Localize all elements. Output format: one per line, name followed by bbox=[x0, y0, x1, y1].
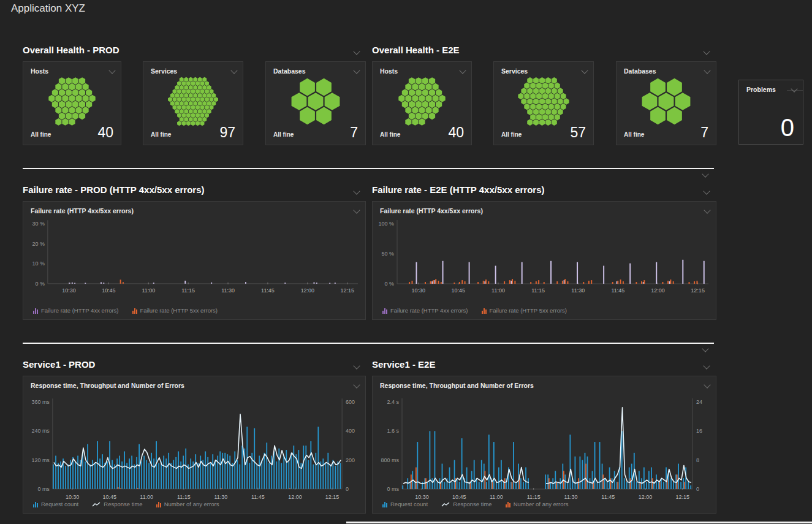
chevron-down-icon[interactable] bbox=[353, 381, 360, 388]
svg-text:10:45: 10:45 bbox=[102, 494, 116, 500]
legend-label: Failure rate (HTTP 5xx errors) bbox=[140, 307, 218, 314]
svg-text:0: 0 bbox=[696, 486, 699, 492]
bar-chart-icon bbox=[33, 308, 38, 314]
section-title-failure-e2e: Failure rate - E2E (HTTP 4xx/5xx errors) bbox=[372, 184, 545, 195]
svg-text:10:45: 10:45 bbox=[102, 287, 115, 294]
svg-text:240 ms: 240 ms bbox=[31, 428, 50, 434]
hexagon-honeycomb bbox=[501, 77, 586, 126]
service-e2e-chart[interactable]: 2.4 s1.6 s800 ms0 ms24168010:3010:4511:0… bbox=[373, 395, 716, 504]
svg-text:11:30: 11:30 bbox=[221, 287, 235, 294]
chevron-down-icon[interactable] bbox=[353, 67, 360, 74]
health-tile-hosts-prod[interactable]: Hosts All fine 40 bbox=[23, 61, 121, 145]
svg-text:11:00: 11:00 bbox=[490, 494, 503, 500]
line-chart-icon bbox=[92, 502, 101, 507]
svg-text:800 ms: 800 ms bbox=[381, 457, 399, 463]
chevron-down-icon[interactable] bbox=[702, 345, 708, 352]
chevron-down-icon[interactable] bbox=[108, 67, 115, 74]
chevron-down-icon[interactable] bbox=[703, 48, 710, 55]
chart-title: Response time, Throughput and Number of … bbox=[380, 382, 534, 389]
chevron-down-icon[interactable] bbox=[703, 188, 710, 194]
svg-text:11:30: 11:30 bbox=[214, 494, 227, 500]
section-title-service-e2e: Service1 - E2E bbox=[372, 359, 435, 370]
chevron-down-icon[interactable] bbox=[353, 207, 360, 213]
svg-text:11:15: 11:15 bbox=[527, 494, 541, 500]
page-title: Application XYZ bbox=[11, 2, 85, 15]
status-label: All fine bbox=[273, 131, 294, 138]
chart-legend: Failure rate (HTTP 4xx errors) Failure r… bbox=[382, 307, 567, 314]
chevron-down-icon[interactable] bbox=[459, 67, 466, 74]
svg-text:12:00: 12:00 bbox=[651, 287, 665, 294]
problems-tile[interactable]: Problems 0 bbox=[738, 80, 803, 145]
entity-count: 97 bbox=[219, 124, 235, 141]
chevron-down-icon[interactable] bbox=[353, 362, 360, 369]
hexagon-honeycomb bbox=[273, 77, 358, 126]
health-tile-services-prod[interactable]: Services All fine 97 bbox=[143, 61, 243, 145]
legend-item: Failure rate (HTTP 5xx errors) bbox=[482, 307, 567, 314]
entity-count: 7 bbox=[700, 124, 708, 141]
health-tile-databases-e2e[interactable]: Databases All fine 7 bbox=[616, 61, 716, 145]
line-chart-icon bbox=[441, 502, 450, 507]
svg-text:11:00: 11:00 bbox=[142, 287, 155, 294]
svg-text:12:00: 12:00 bbox=[301, 287, 314, 294]
section-divider bbox=[346, 522, 812, 523]
svg-text:11:15: 11:15 bbox=[181, 287, 195, 294]
bar-chart-icon bbox=[482, 308, 487, 314]
hexagon-honeycomb bbox=[380, 77, 464, 126]
svg-text:50 %: 50 % bbox=[381, 251, 394, 257]
status-label: All fine bbox=[501, 131, 522, 138]
chart-tile-failure-e2e[interactable]: Failure rate (HTTP 4xx/5xx errors) 100 %… bbox=[372, 201, 716, 320]
chart-tile-service-prod[interactable]: Response time, Throughput and Number of … bbox=[23, 376, 366, 514]
tile-title: Services bbox=[501, 67, 528, 75]
chevron-down-icon[interactable] bbox=[581, 67, 588, 74]
svg-text:12:15: 12:15 bbox=[341, 287, 354, 294]
svg-text:11:00: 11:00 bbox=[140, 494, 153, 500]
failure-rate-e2e-chart[interactable]: 100 %50 %0 %10:3010:4511:0011:1511:3011:… bbox=[373, 218, 716, 300]
bar-chart-icon bbox=[506, 501, 510, 507]
svg-text:0: 0 bbox=[346, 486, 349, 492]
svg-text:600: 600 bbox=[346, 399, 355, 405]
section-title-failure-prod: Failure rate - PROD (HTTP 4xx/5xx errors… bbox=[23, 184, 205, 195]
hexagon-honeycomb bbox=[624, 77, 708, 126]
chevron-down-icon[interactable] bbox=[353, 188, 360, 194]
health-tile-services-e2e[interactable]: Services All fine 57 bbox=[493, 61, 594, 145]
tile-title: Hosts bbox=[31, 67, 48, 75]
svg-text:20 %: 20 % bbox=[32, 241, 44, 247]
chevron-down-icon[interactable] bbox=[704, 381, 710, 388]
svg-text:8: 8 bbox=[696, 457, 699, 463]
svg-text:10:45: 10:45 bbox=[452, 494, 466, 500]
chevron-down-icon[interactable] bbox=[704, 67, 710, 74]
status-label: All fine bbox=[31, 131, 51, 138]
tile-title: Services bbox=[151, 67, 177, 75]
svg-text:10:30: 10:30 bbox=[415, 494, 429, 500]
legend-item: Request count bbox=[33, 501, 78, 507]
chart-tile-service-e2e[interactable]: Response time, Throughput and Number of … bbox=[372, 376, 716, 514]
health-tile-hosts-e2e[interactable]: Hosts All fine 40 bbox=[372, 61, 472, 145]
chevron-down-icon[interactable] bbox=[704, 207, 710, 213]
chevron-down-icon[interactable] bbox=[703, 362, 710, 369]
chevron-down-icon[interactable] bbox=[230, 67, 237, 74]
legend-item: Failure rate (HTTP 5xx errors) bbox=[132, 307, 218, 314]
chevron-down-icon[interactable] bbox=[702, 170, 708, 177]
legend-item: Request count bbox=[382, 501, 428, 507]
tile-title: Databases bbox=[624, 67, 656, 75]
legend-item: Failure rate (HTTP 4xx errors) bbox=[382, 307, 468, 314]
svg-text:100 %: 100 % bbox=[378, 221, 394, 227]
chevron-down-icon[interactable] bbox=[353, 48, 360, 55]
tile-title: Problems bbox=[746, 86, 776, 93]
hexagon-honeycomb bbox=[31, 77, 113, 126]
service-prod-chart[interactable]: 360 ms240 ms120 ms0 ms600400200010:3010:… bbox=[23, 395, 365, 504]
health-tile-databases-prod[interactable]: Databases All fine 7 bbox=[265, 61, 366, 145]
bar-chart-icon bbox=[33, 501, 38, 507]
svg-text:2.4 s: 2.4 s bbox=[387, 399, 399, 405]
tile-title: Hosts bbox=[380, 67, 398, 75]
svg-text:10:30: 10:30 bbox=[62, 287, 75, 294]
svg-text:12:00: 12:00 bbox=[288, 494, 302, 500]
svg-text:11:15: 11:15 bbox=[531, 287, 545, 294]
chevron-down-icon[interactable] bbox=[791, 85, 797, 92]
chart-tile-failure-prod[interactable]: Failure rate (HTTP 4xx/5xx errors) 30 %2… bbox=[23, 201, 366, 320]
failure-rate-prod-chart[interactable]: 30 %20 %10 %0 %10:3010:4511:0011:1511:30… bbox=[23, 218, 365, 300]
svg-text:30 %: 30 % bbox=[32, 221, 44, 227]
bar-chart-icon bbox=[156, 501, 161, 507]
bar-chart-icon bbox=[132, 308, 137, 314]
chart-title: Failure rate (HTTP 4xx/5xx errors) bbox=[380, 207, 483, 215]
